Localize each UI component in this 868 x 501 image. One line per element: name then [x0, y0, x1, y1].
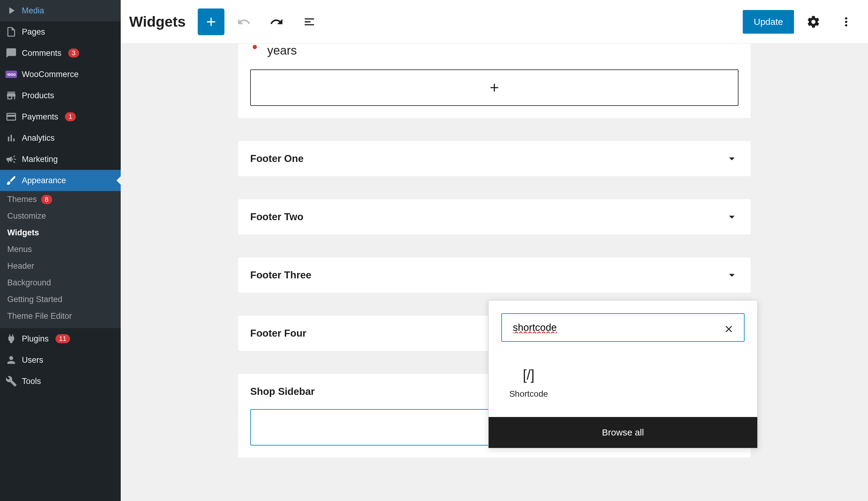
chevron-down-icon	[725, 210, 739, 224]
widget-area-footer-two: Footer Two	[238, 199, 751, 234]
submenu-item-label: Widgets	[7, 228, 39, 237]
clear-search-button[interactable]	[723, 323, 734, 337]
sidebar-item-products[interactable]: Products	[0, 85, 121, 106]
chevron-down-icon	[725, 268, 739, 282]
sidebar-item-woocommerce[interactable]: woo WooCommerce	[0, 64, 121, 85]
themes-badge: 8	[41, 195, 52, 204]
sidebar-item-pages[interactable]: Pages	[0, 21, 121, 42]
sidebar-item-appearance[interactable]: Appearance	[0, 170, 121, 191]
widget-area-header[interactable]: Footer One	[238, 141, 751, 176]
inserter-results: [/] Shortcode	[489, 354, 757, 417]
block-inserter-popover: [/] Shortcode Browse all	[488, 300, 758, 448]
sidebar-item-plugins[interactable]: Plugins 11	[0, 328, 121, 349]
submenu-item-themes[interactable]: Themes 8	[0, 191, 121, 208]
comments-icon	[6, 47, 17, 59]
users-icon	[6, 354, 17, 366]
payments-icon	[6, 111, 17, 122]
sidebar-item-label: Media	[22, 6, 44, 15]
main-content: Widgets Update years	[121, 0, 868, 501]
content-text: years	[238, 44, 751, 70]
editor-topbar: Widgets Update	[121, 0, 868, 44]
submenu-item-label: Getting Started	[7, 295, 63, 304]
sidebar-item-label: Tools	[22, 377, 41, 386]
sidebar-item-label: Payments	[22, 112, 58, 121]
chevron-down-icon	[725, 152, 739, 165]
pages-icon	[6, 26, 17, 38]
widget-area-header[interactable]: Footer Three	[238, 257, 751, 293]
tools-icon	[6, 375, 17, 387]
sidebar-item-label: Users	[22, 355, 43, 365]
submenu-item-header[interactable]: Header	[0, 258, 121, 275]
widget-area-title: Footer Four	[250, 328, 306, 339]
undo-button[interactable]	[231, 9, 257, 35]
widget-area-header[interactable]: Footer Two	[238, 199, 751, 234]
sidebar-item-label: Analytics	[22, 134, 55, 143]
options-button[interactable]	[833, 9, 859, 35]
submenu-item-customize[interactable]: Customize	[0, 208, 121, 224]
shortcode-icon: [/]	[523, 367, 534, 383]
submenu-item-getting-started[interactable]: Getting Started	[0, 291, 121, 308]
inserter-block-shortcode[interactable]: [/] Shortcode	[501, 361, 556, 405]
widget-area-title: Footer Three	[250, 269, 311, 281]
bullet-icon	[253, 45, 257, 49]
submenu-item-label: Header	[7, 262, 34, 271]
submenu-item-label: Customize	[7, 211, 46, 221]
admin-sidebar: Media Pages Comments 3 woo WooCommerce P…	[0, 0, 121, 501]
sidebar-item-media[interactable]: Media	[0, 0, 121, 21]
media-icon	[6, 5, 17, 17]
widget-area-title: Footer One	[250, 153, 303, 164]
sidebar-item-label: Pages	[22, 27, 45, 37]
sidebar-item-analytics[interactable]: Analytics	[0, 127, 121, 149]
widget-area-footer-three: Footer Three	[238, 257, 751, 293]
widget-area-expanded-top: years	[238, 44, 751, 118]
submenu-item-theme-file-editor[interactable]: Theme File Editor	[0, 308, 121, 324]
page-title: Widgets	[129, 13, 186, 30]
widget-area-footer-one: Footer One	[238, 141, 751, 176]
products-icon	[6, 90, 17, 101]
appearance-icon	[6, 175, 17, 186]
sidebar-item-label: WooCommerce	[22, 70, 78, 79]
comments-badge: 3	[68, 49, 79, 57]
settings-button[interactable]	[800, 9, 827, 35]
sidebar-item-label: Plugins	[22, 334, 49, 344]
widget-areas-content: years Footer One Footer Two	[121, 44, 868, 501]
submenu-item-label: Background	[7, 278, 51, 288]
inserter-block-label: Shortcode	[509, 389, 548, 399]
sidebar-item-label: Appearance	[22, 176, 66, 185]
marketing-icon	[6, 153, 17, 165]
submenu-item-label: Menus	[7, 245, 32, 254]
update-button[interactable]: Update	[743, 10, 794, 34]
sidebar-item-label: Marketing	[22, 154, 58, 164]
widget-area-title: Shop Sidebar	[250, 386, 315, 397]
sidebar-item-tools[interactable]: Tools	[0, 371, 121, 392]
analytics-icon	[6, 132, 17, 144]
widget-area-title: Footer Two	[250, 211, 303, 223]
add-block-inline-button[interactable]	[250, 70, 739, 106]
sidebar-item-label: Comments	[22, 49, 62, 58]
sidebar-item-label: Products	[22, 91, 54, 100]
sidebar-item-comments[interactable]: Comments 3	[0, 42, 121, 64]
payments-badge: 1	[65, 112, 76, 121]
submenu-item-label: Theme File Editor	[7, 311, 72, 321]
sidebar-item-users[interactable]: Users	[0, 349, 121, 371]
plugins-badge: 11	[55, 334, 70, 343]
submenu-item-menus[interactable]: Menus	[0, 241, 121, 258]
inserter-search-wrap	[489, 300, 757, 354]
sidebar-item-payments[interactable]: Payments 1	[0, 106, 121, 127]
inserter-search-input[interactable]	[501, 313, 744, 342]
submenu-item-widgets[interactable]: Widgets	[0, 224, 121, 241]
add-block-button[interactable]	[198, 9, 224, 35]
redo-button[interactable]	[263, 9, 290, 35]
appearance-submenu: Themes 8 Customize Widgets Menus Header …	[0, 191, 121, 328]
years-label: years	[267, 44, 297, 57]
sidebar-item-marketing[interactable]: Marketing	[0, 149, 121, 170]
plugins-icon	[6, 333, 17, 344]
submenu-item-background[interactable]: Background	[0, 275, 121, 291]
browse-all-button[interactable]: Browse all	[489, 417, 757, 448]
list-view-button[interactable]	[296, 9, 323, 35]
submenu-item-label: Themes	[7, 195, 37, 204]
woocommerce-icon: woo	[6, 68, 17, 80]
